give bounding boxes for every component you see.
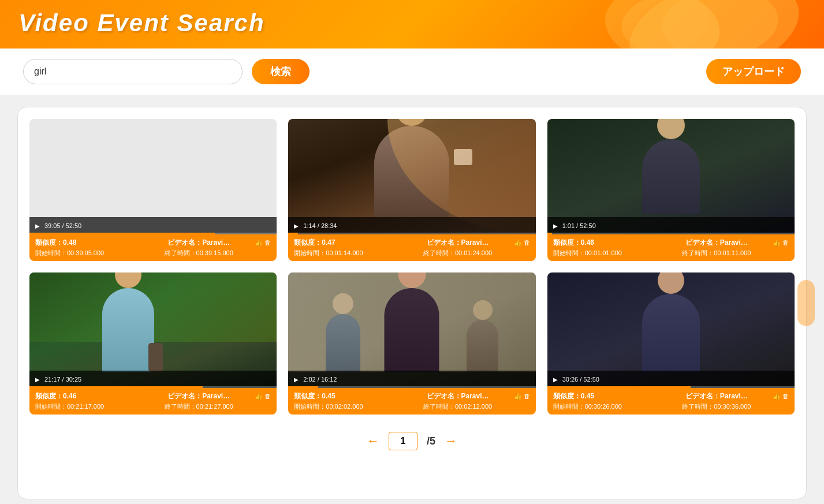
start-time-1: 開始時間：00:39:05.000 — [35, 249, 143, 257]
time-text-5: 2:02 / 16:12 — [303, 376, 530, 383]
video-thumbnail-3: ▶ 1:01 / 52:50 — [547, 119, 795, 234]
start-time-3: 開始時間：00:01:01.000 — [553, 249, 661, 257]
videoname-2: ビデオ名：Paravi… — [404, 238, 511, 248]
end-time-2: 終了時間：00:01:24.000 — [404, 249, 511, 257]
end-time-4: 終了時間：00:21:27.000 — [145, 402, 252, 411]
similarity-1: 類似度：0.48 — [35, 238, 143, 248]
video-thumbnail-1: ▶ 39:05 / 52:50 — [29, 119, 277, 234]
action-icons-6[interactable]: 👍 🗑 — [773, 391, 789, 401]
video-info-4: 類似度：0.46 ビデオ名：Paravi… 👍 🗑 開始時間：00:21:17.… — [29, 388, 277, 415]
start-time-6: 開始時間：00:30:26.000 — [553, 402, 661, 411]
play-icon-1: ▶ — [35, 223, 40, 229]
upload-button[interactable]: アップロード — [706, 59, 801, 84]
start-time-2: 開始時間：00:01:14.000 — [294, 249, 401, 257]
video-info-2: 類似度：0.47 ビデオ名：Paravi… 👍 🗑 開始時間：00:01:14.… — [288, 234, 535, 261]
similarity-6: 類似度：0.45 — [553, 391, 661, 401]
video-card-3[interactable]: ▶ 1:01 / 52:50 類似度：0.46 ビデオ名：Paravi… 👍 🗑… — [547, 119, 795, 261]
play-icon-4: ▶ — [35, 376, 40, 383]
progress-fill-3 — [547, 233, 553, 234]
page-total: /5 — [427, 435, 435, 447]
video-thumbnail-2: ▶ 1:14 / 28:34 — [288, 119, 535, 234]
play-icon-2: ▶ — [294, 223, 299, 229]
end-time-5: 終了時間：00:02:12.000 — [404, 402, 511, 411]
progress-track-5 — [288, 386, 535, 388]
action-icons-1[interactable]: 👍 🗑 — [255, 238, 271, 248]
progress-fill-4 — [29, 386, 203, 388]
videoname-5: ビデオ名：Paravi… — [404, 391, 511, 401]
video-grid: ▶ 39:05 / 52:50 類似度：0.48 ビデオ名：Paravi… 👍 … — [29, 119, 795, 415]
video-card-4[interactable]: ▶ 21:17 / 30:25 類似度：0.46 ビデオ名：Paravi… 👍 … — [29, 272, 277, 415]
similarity-3: 類似度：0.46 — [553, 238, 661, 248]
video-thumbnail-6: ▶ 30:26 / 52:50 — [547, 272, 795, 388]
progress-track-2 — [288, 233, 535, 234]
videoname-1: ビデオ名：Paravi… — [145, 238, 252, 248]
end-time-3: 終了時間：00:01:11.000 — [663, 249, 770, 257]
action-icons-4[interactable]: 👍 🗑 — [255, 391, 271, 401]
progress-track-6 — [547, 386, 795, 388]
progress-bar-2: ▶ 1:14 / 28:34 — [288, 217, 535, 234]
similarity-4: 類似度：0.46 — [35, 391, 143, 401]
action-icons-5[interactable]: 👍 🗑 — [514, 391, 530, 401]
progress-bar-5: ▶ 2:02 / 16:12 — [288, 371, 535, 388]
progress-bar-3: ▶ 1:01 / 52:50 — [547, 217, 795, 234]
progress-bar-4: ▶ 21:17 / 30:25 — [29, 371, 277, 388]
similarity-2: 類似度：0.47 — [294, 238, 401, 248]
progress-fill-6 — [547, 386, 691, 388]
search-button[interactable]: 検索 — [252, 59, 310, 84]
results-container: ▶ 39:05 / 52:50 類似度：0.48 ビデオ名：Paravi… 👍 … — [17, 107, 807, 499]
progress-bar-6: ▶ 30:26 / 52:50 — [547, 371, 795, 388]
time-text-1: 39:05 / 52:50 — [44, 222, 271, 229]
video-card-2[interactable]: ▶ 1:14 / 28:34 類似度：0.47 ビデオ名：Paravi… 👍 🗑… — [288, 119, 535, 261]
prev-page-button[interactable]: ← — [367, 434, 379, 449]
similarity-5: 類似度：0.45 — [294, 391, 401, 401]
page-title: Video Event Search — [18, 9, 265, 37]
end-time-1: 終了時間：00:39:15.000 — [145, 249, 252, 257]
scroll-indicator[interactable] — [797, 280, 815, 326]
videoname-3: ビデオ名：Paravi… — [663, 238, 770, 248]
videoname-6: ビデオ名：Paravi… — [663, 391, 770, 401]
progress-track-1 — [29, 233, 277, 234]
time-text-3: 1:01 / 52:50 — [562, 222, 789, 229]
video-card-6[interactable]: ▶ 30:26 / 52:50 類似度：0.45 ビデオ名：Paravi… 👍 … — [547, 272, 795, 415]
video-info-1: 類似度：0.48 ビデオ名：Paravi… 👍 🗑 開始時間：00:39:05.… — [29, 234, 277, 261]
video-info-6: 類似度：0.45 ビデオ名：Paravi… 👍 🗑 開始時間：00:30:26.… — [547, 388, 795, 415]
progress-bar-1: ▶ 39:05 / 52:50 — [29, 217, 277, 234]
time-text-4: 21:17 / 30:25 — [44, 376, 271, 383]
search-area: 検索 アップロード — [0, 48, 824, 95]
action-icons-3[interactable]: 👍 🗑 — [773, 238, 789, 248]
video-card-1[interactable]: ▶ 39:05 / 52:50 類似度：0.48 ビデオ名：Paravi… 👍 … — [29, 119, 277, 261]
start-time-5: 開始時間：00:02:02.000 — [294, 402, 401, 411]
progress-fill-1 — [29, 233, 215, 234]
progress-track-3 — [547, 233, 795, 234]
videoname-4: ビデオ名：Paravi… — [145, 391, 252, 401]
time-text-2: 1:14 / 28:34 — [303, 222, 530, 229]
progress-fill-5 — [288, 386, 318, 388]
video-info-5: 類似度：0.45 ビデオ名：Paravi… 👍 🗑 開始時間：00:02:02.… — [288, 388, 535, 415]
video-card-5[interactable]: ▶ 2:02 / 16:12 類似度：0.45 ビデオ名：Paravi… 👍 🗑… — [288, 272, 535, 415]
video-info-3: 類似度：0.46 ビデオ名：Paravi… 👍 🗑 開始時間：00:01:01.… — [547, 234, 795, 261]
play-icon-5: ▶ — [294, 376, 299, 383]
action-icons-2[interactable]: 👍 🗑 — [514, 238, 530, 248]
page-number-input[interactable] — [389, 432, 417, 450]
header: Video Event Search — [0, 0, 824, 48]
video-thumbnail-5: ▶ 2:02 / 16:12 — [288, 272, 535, 388]
play-icon-6: ▶ — [553, 376, 558, 383]
next-page-button[interactable]: → — [445, 434, 457, 449]
time-text-6: 30:26 / 52:50 — [562, 376, 789, 383]
progress-track-4 — [29, 386, 277, 388]
play-icon-3: ▶ — [553, 223, 558, 229]
search-input[interactable] — [23, 59, 243, 84]
progress-fill-2 — [288, 233, 298, 234]
video-thumbnail-4: ▶ 21:17 / 30:25 — [29, 272, 277, 388]
end-time-6: 終了時間：00:30:36.000 — [663, 402, 770, 411]
start-time-4: 開始時間：00:21:17.000 — [35, 402, 143, 411]
pagination: ← /5 → — [29, 426, 795, 456]
